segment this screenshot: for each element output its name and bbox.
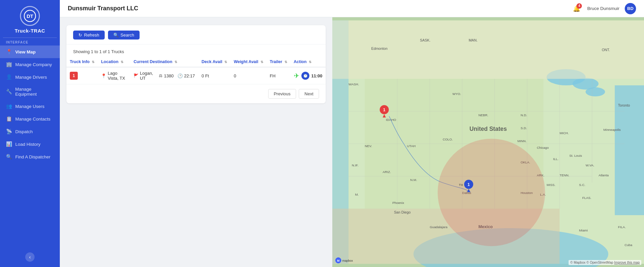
manage-users-icon: 👥 [6, 103, 12, 109]
airplane-icon: ✈ [294, 72, 299, 80]
table-row: 1 📍 Lago Vista, TX 🚩 Logan, UT ⚖ 1380 🕐 [66, 67, 326, 84]
cell-deck-avail: 0 Ft [198, 67, 231, 84]
manage-equipment-icon: 🔧 [6, 89, 12, 95]
user-name: Bruce Dunsmuir [587, 6, 619, 11]
svg-text:S.D.: S.D. [521, 126, 527, 130]
trucks-table: Truck Info ⇅ Location ⇅ Current Destinat… [66, 57, 326, 84]
col-truck-info[interactable]: Truck Info ⇅ [66, 57, 98, 67]
svg-text:N.M.: N.M. [410, 178, 417, 182]
svg-point-65 [438, 139, 545, 246]
sort-arrows-dest: ⇅ [174, 60, 177, 64]
svg-text:M.: M. [355, 193, 359, 196]
svg-text:N.D.: N.D. [521, 113, 527, 117]
svg-text:ILL.: ILL. [553, 157, 558, 161]
search-button[interactable]: 🔍 Search [108, 31, 140, 40]
col-location[interactable]: Location ⇅ [98, 57, 130, 67]
sidebar-item-label: Manage Contacts [15, 117, 51, 122]
sidebar-item-dispatch[interactable]: 📡Dispatch [0, 125, 60, 138]
svg-text:M: M [337, 259, 340, 262]
manage-company-icon: 🏢 [6, 61, 12, 67]
sidebar-item-manage-drivers[interactable]: 👤Manage Drivers [0, 71, 60, 83]
sort-arrows-location: ⇅ [121, 60, 123, 64]
cell-trailer: FH [267, 67, 290, 84]
map-svg: United States Edmonton SASK. MAN. ONT. T… [332, 17, 644, 267]
svg-text:MAN.: MAN. [469, 38, 478, 42]
previous-button[interactable]: Previous [268, 89, 296, 99]
notification-count: 4 [577, 3, 582, 9]
sidebar-item-view-map[interactable]: 📍View Map [0, 45, 60, 58]
svg-point-5 [586, 87, 605, 96]
toolbar: ↻ Refresh 🔍 Search [66, 25, 326, 44]
find-dispatcher-icon: 🔍 [6, 154, 12, 160]
sort-arrows-truck-info: ⇅ [92, 60, 94, 64]
svg-text:FLAS.: FLAS. [582, 196, 591, 200]
left-panel: ↻ Refresh 🔍 Search Showing 1 to 1 of 1 T… [60, 17, 332, 267]
cell-action: ✈ 🕐 11:00 [290, 67, 326, 84]
sidebar-item-label: Dispatch [15, 129, 33, 134]
dispatch-icon: 📡 [6, 129, 12, 134]
destination-time: 22:17 [184, 73, 195, 78]
sort-arrows-action: ⇅ [309, 60, 311, 64]
svg-text:1: 1 [383, 108, 385, 112]
svg-text:Guadalajara: Guadalajara [430, 225, 448, 229]
pagination: Previous Next [66, 84, 326, 103]
sort-arrows-deck: ⇅ [224, 60, 227, 64]
col-action[interactable]: Action ⇅ [290, 57, 326, 67]
refresh-icon: ↻ [78, 33, 82, 38]
cell-destination: 🚩 Logan, UT ⚖ 1380 🕐 22:17 [130, 67, 198, 84]
svg-text:WASH.: WASH. [349, 82, 359, 86]
company-title: Dunsmuir Transport LLC [68, 5, 571, 12]
topbar-right: 🔔 4 Bruce Dunsmuir BD [571, 3, 636, 14]
svg-text:MICH.: MICH. [560, 131, 569, 135]
destination-city: Logan, UT [140, 71, 155, 81]
load-history-icon: 📊 [6, 141, 12, 147]
sidebar-collapse-button[interactable]: ‹ [25, 252, 35, 262]
manage-drivers-icon: 👤 [6, 74, 12, 80]
svg-text:ARIZ.: ARIZ. [382, 170, 391, 174]
col-weight-avail[interactable]: Weight Avail ⇅ [230, 57, 266, 67]
sort-arrows-weight: ⇅ [261, 60, 263, 64]
sidebar-item-manage-contacts[interactable]: 📋Manage Contacts [0, 113, 60, 125]
col-trailer[interactable]: Trailer ⇅ [267, 57, 290, 67]
sidebar-nav: 📍View Map🏢Manage Company👤Manage Drivers🔧… [0, 45, 60, 163]
svg-text:Miami: Miami [579, 228, 588, 232]
user-avatar[interactable]: BD [625, 3, 636, 14]
sidebar-item-label: Manage Users [15, 104, 45, 109]
svg-text:MINN.: MINN. [517, 139, 527, 143]
sidebar-item-manage-users[interactable]: 👥Manage Users [0, 100, 60, 113]
svg-text:DT: DT [27, 13, 34, 19]
map-container[interactable]: United States Edmonton SASK. MAN. ONT. T… [332, 17, 644, 267]
col-deck-avail[interactable]: Deck Avail ⇅ [198, 57, 231, 67]
sidebar-item-label: Load History [15, 142, 41, 147]
sidebar-divider [3, 38, 57, 38]
svg-text:MISS.: MISS. [547, 183, 556, 187]
sidebar-item-manage-equipment[interactable]: 🔧Manage Equipment [0, 83, 60, 100]
next-button[interactable]: Next [299, 89, 319, 99]
sidebar-item-label: Manage Drivers [15, 75, 47, 80]
svg-text:N.IF.: N.IF. [352, 163, 359, 167]
svg-text:W.VA.: W.VA. [586, 163, 594, 167]
svg-text:St. Louis: St. Louis [569, 154, 582, 157]
map-attribution[interactable]: © Mapbox © OpenStreetMap Improve this ma… [569, 260, 641, 265]
sidebar-item-find-dispatcher[interactable]: 🔍Find A Dispatcher [0, 150, 60, 163]
svg-text:1: 1 [468, 182, 470, 187]
truck-number-badge: 1 [70, 72, 78, 80]
sidebar-section-label: INTERFACE [0, 41, 28, 44]
svg-text:S.C.: S.C. [579, 183, 586, 187]
trucks-card: ↻ Refresh 🔍 Search Showing 1 to 1 of 1 T… [66, 25, 326, 103]
sidebar-item-label: View Map [15, 49, 36, 54]
cell-truck-info: 1 [66, 67, 98, 84]
app-logo: DT [20, 6, 40, 26]
notifications-button[interactable]: 🔔 4 [571, 3, 582, 14]
sidebar-item-label: Manage Company [15, 62, 52, 67]
sidebar-item-load-history[interactable]: 📊Load History [0, 138, 60, 150]
cell-location: 📍 Lago Vista, TX [98, 67, 130, 84]
col-current-destination[interactable]: Current Destination ⇅ [130, 57, 198, 67]
sidebar-item-manage-company[interactable]: 🏢Manage Company [0, 58, 60, 71]
svg-text:Cuba: Cuba [624, 243, 632, 247]
refresh-button[interactable]: ↻ Refresh [73, 31, 105, 40]
mapbox-logo: M mapbox [335, 257, 362, 265]
weight-icon: ⚖ [159, 73, 162, 78]
cell-weight-avail: 0 [230, 67, 266, 84]
svg-text:Toronto: Toronto [618, 103, 630, 107]
